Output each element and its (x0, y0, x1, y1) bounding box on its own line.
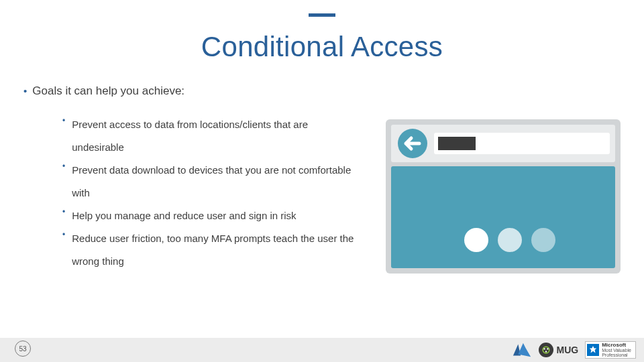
list-item: • Help you manage and reduce user and si… (62, 204, 359, 227)
bullet-dot-icon: • (23, 84, 27, 99)
svg-rect-4 (438, 137, 476, 150)
list-item: • Prevent access to data from locations/… (62, 113, 359, 159)
svg-point-7 (498, 228, 522, 252)
list-item: • Prevent data download to devices that … (62, 159, 359, 204)
body-content: • Goals it can help you achieve: • Preve… (23, 84, 359, 273)
mug-logo-icon (539, 343, 553, 357)
list-item-text: Prevent access to data from locations/cl… (72, 113, 359, 159)
slide-title: Conditional Access (0, 31, 644, 63)
bullet-dot-icon: • (62, 113, 65, 128)
svg-rect-5 (391, 166, 615, 268)
list-item-text: Help you manage and reduce user and sign… (72, 204, 296, 227)
svg-point-8 (531, 228, 555, 252)
list-item-text: Reduce user friction, too many MFA promp… (72, 227, 359, 273)
bullet-dot-icon: • (62, 204, 65, 219)
mvp-line1: Microsoft (602, 343, 631, 348)
footer-logos: MUG Microsoft Most Valuable Professional (512, 341, 636, 359)
mvp-line2: Most Valuable (602, 348, 631, 353)
title-accent-mark (309, 13, 335, 17)
list-item: • Reduce user friction, too many MFA pro… (62, 227, 359, 273)
svg-point-6 (464, 228, 488, 252)
mvp-line3: Professional (602, 353, 631, 357)
bullet-dot-icon: • (62, 227, 65, 242)
slide: Conditional Access • Goals it can help y… (0, 0, 644, 362)
browser-loading-graphic (386, 119, 621, 274)
azure-logo-icon (512, 341, 532, 359)
svg-point-12 (545, 351, 547, 352)
svg-marker-13 (590, 346, 597, 353)
page-number: 53 (15, 341, 31, 357)
mug-logo-label: MUG (556, 345, 578, 355)
svg-point-11 (547, 348, 549, 349)
svg-point-10 (544, 348, 545, 349)
mvp-badge-icon (587, 344, 599, 356)
bullet-lead: • Goals it can help you achieve: (23, 84, 359, 99)
list-item-text: Prevent data download to devices that yo… (72, 159, 359, 204)
bullet-lead-text: Goals it can help you achieve: (32, 84, 184, 99)
sub-bullet-list: • Prevent access to data from locations/… (62, 113, 359, 273)
mvp-logo-text: Microsoft Most Valuable Professional (602, 343, 631, 357)
bullet-dot-icon: • (62, 159, 65, 174)
mvp-logo: Microsoft Most Valuable Professional (585, 341, 636, 359)
mug-logo: MUG (539, 343, 578, 357)
